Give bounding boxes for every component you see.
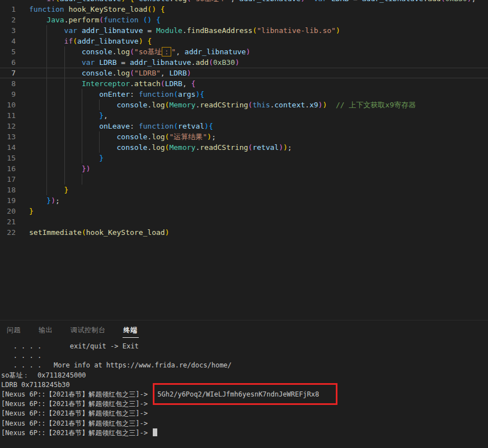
- line-number: 6: [0, 57, 16, 68]
- code-token: var: [64, 26, 77, 35]
- code-token: "运算结果": [169, 133, 207, 141]
- code-token: console: [139, 0, 170, 3]
- code-token: .: [305, 101, 309, 109]
- indent-guide: [46, 185, 64, 195]
- code-line[interactable]: 15 }: [0, 153, 488, 163]
- code-token: this: [252, 101, 270, 109]
- indent-guide: [64, 46, 82, 57]
- code-line[interactable]: 8 Interceptor.attach(LDRB, {: [0, 78, 488, 89]
- code-line[interactable]: 5 console.log("so基址：", addr_libnatuve): [0, 46, 488, 57]
- code-token: (: [55, 0, 60, 3]
- code-token: hook_KeyStore_load: [68, 5, 147, 13]
- clipped-code-line: if(addr_libnatuve) { console.log("so基址："…: [0, 0, 488, 4]
- code-line-text: console.log(Memory.readCString(this.cont…: [16, 100, 416, 110]
- line-number: [0, 0, 16, 4]
- line-number: 18: [0, 185, 16, 195]
- code-line[interactable]: 17: [0, 174, 488, 185]
- code-token: {: [130, 0, 134, 3]
- indent-guide: [46, 153, 64, 163]
- code-line[interactable]: 16 }): [0, 163, 488, 174]
- code-token: attach: [134, 79, 161, 88]
- terminal-panel[interactable]: . . . . exit/quit -> Exit . . . . . . . …: [0, 339, 488, 448]
- code-token: (): [143, 16, 152, 24]
- line-number: 17: [0, 174, 16, 185]
- code-token: (: [173, 90, 178, 98]
- indent-guide: [64, 131, 82, 142]
- code-token: ;: [288, 143, 292, 152]
- code-token: ): [301, 0, 305, 3]
- code-token: {: [147, 37, 152, 45]
- code-token: retval: [178, 122, 204, 130]
- code-line-text: if(addr_libnatuve) {: [16, 36, 152, 46]
- code-line[interactable]: 18 }: [0, 185, 488, 195]
- line-number: 19: [0, 195, 16, 206]
- code-token: Interceptor: [82, 79, 130, 88]
- code-line[interactable]: 1function hook_KeyStore_load() {: [0, 4, 488, 15]
- code-line[interactable]: 10 console.log(Memory.readCString(this.c…: [0, 100, 488, 110]
- code-line-text: }: [16, 206, 34, 216]
- code-line[interactable]: 12 onLeave: function(retval){: [0, 121, 488, 131]
- indent-guide: [46, 36, 64, 46]
- code-token: LDRB: [165, 79, 182, 88]
- code-token: ": [171, 48, 176, 56]
- indent-guide: [99, 142, 116, 153]
- terminal-text: LDRB 0x7118245b30: [1, 381, 70, 389]
- panel-tab-item[interactable]: 调试控制台: [69, 322, 107, 337]
- code-token: .: [112, 69, 117, 77]
- code-line-text: setImmediate(hook_KeyStore_load): [16, 227, 169, 238]
- panel-tab-terminal-active[interactable]: 终端: [123, 322, 139, 338]
- code-line-text: }: [16, 185, 68, 195]
- code-token: ,: [161, 69, 170, 77]
- indent-guide: [46, 46, 64, 57]
- code-token: }: [99, 111, 104, 120]
- code-line[interactable]: 3 var addr_libnatuve = Module.findBaseAd…: [0, 25, 488, 36]
- code-line[interactable]: 20}: [0, 206, 488, 216]
- line-number: 8: [0, 78, 16, 89]
- code-line-current[interactable]: 7 console.log("LDRB", LDRB): [0, 68, 488, 78]
- code-token: }: [29, 207, 34, 215]
- code-token: [152, 16, 156, 24]
- terminal-cursor[interactable]: [153, 428, 157, 436]
- code-line[interactable]: 14 console.log(Memory.readCString(retval…: [0, 142, 488, 153]
- code-token: =: [349, 0, 362, 3]
- code-lines-container[interactable]: 1function hook_KeyStore_load() {2 Java.p…: [0, 4, 488, 238]
- code-line[interactable]: 21: [0, 216, 488, 227]
- indent-guide: [46, 131, 64, 142]
- code-line[interactable]: 2 Java.perform(function () {: [0, 15, 488, 25]
- panel-tab-bar: 问题输出调试控制台终端: [0, 320, 488, 339]
- code-token: log: [152, 101, 165, 109]
- panel-tab-item[interactable]: 问题: [6, 322, 22, 337]
- code-token: ): [336, 26, 340, 35]
- terminal-line: . . . . exit/quit -> Exit: [0, 342, 488, 351]
- code-token: 0xB30: [213, 58, 235, 67]
- code-token: }): [82, 164, 91, 173]
- indent-guide: [46, 100, 64, 110]
- code-line[interactable]: 13 console.log("运算结果");: [0, 131, 488, 142]
- code-token: :: [130, 122, 139, 130]
- code-line[interactable]: 11 },: [0, 110, 488, 121]
- code-line-text: onEnter: function(args){: [16, 89, 204, 100]
- indent-guide: [64, 142, 82, 153]
- indent-guide: [82, 110, 99, 121]
- code-token: console: [117, 101, 148, 109]
- clipped-code-text: if(addr_libnatuve) { console.log("so基址："…: [16, 0, 476, 4]
- code-line[interactable]: 22setImmediate(hook_KeyStore_load): [0, 227, 488, 238]
- code-token: addr_libnatuve: [130, 58, 191, 67]
- panel-tab-item[interactable]: 输出: [37, 322, 54, 337]
- indent-guide: [64, 174, 82, 185]
- code-token: [305, 0, 314, 3]
- code-token: {: [191, 79, 196, 88]
- line-number: 16: [0, 163, 16, 174]
- code-line[interactable]: 6 var LDRB = addr_libnatuve.add(0xB30): [0, 57, 488, 68]
- code-editor[interactable]: if(addr_libnatuve) { console.log("so基址："…: [0, 0, 488, 320]
- code-token: =: [143, 26, 156, 35]
- line-number: 15: [0, 153, 16, 163]
- indent-guide: [82, 100, 99, 110]
- annotation-highlight-box: 5Gh2/y6Poq2/WIeLJfmh6yesnK7ndnJeWREFjRx8: [153, 383, 337, 405]
- code-line-text: console.log("so基址：", addr_libnatuve): [16, 46, 250, 57]
- code-line[interactable]: 19 });: [0, 195, 488, 206]
- indent-guide: [64, 110, 82, 121]
- code-line-text: onLeave: function(retval){: [16, 121, 213, 131]
- code-line[interactable]: 4 if(addr_libnatuve) {: [0, 36, 488, 46]
- code-line[interactable]: 9 onEnter: function(args){: [0, 89, 488, 100]
